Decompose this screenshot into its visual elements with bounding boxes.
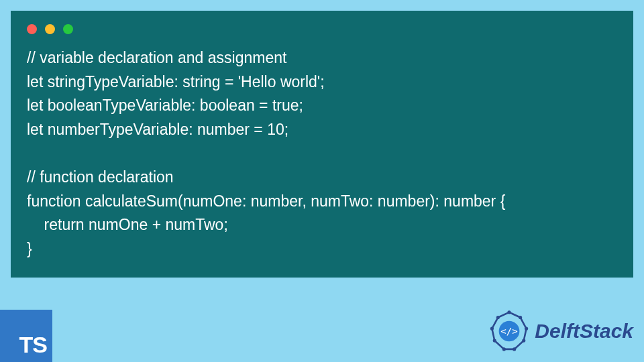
svg-point-9 — [493, 339, 496, 343]
svg-point-10 — [490, 327, 494, 330]
close-icon — [27, 24, 37, 34]
svg-point-11 — [496, 316, 500, 319]
svg-point-7 — [513, 347, 516, 351]
svg-point-4 — [519, 316, 522, 319]
svg-text:</>: </> — [501, 326, 518, 337]
minimize-icon — [45, 24, 55, 34]
svg-point-6 — [522, 339, 525, 343]
maximize-icon — [63, 24, 73, 34]
svg-point-5 — [525, 327, 528, 330]
svg-point-8 — [502, 347, 506, 351]
code-window: // variable declaration and assignment l… — [11, 11, 633, 278]
brand-logo-icon: </> — [488, 310, 531, 353]
typescript-badge-label: TS — [19, 332, 47, 358]
code-block: // variable declaration and assignment l… — [27, 46, 617, 261]
brand: </> DelftStack — [488, 310, 633, 353]
typescript-badge: TS — [0, 310, 52, 362]
svg-point-3 — [508, 310, 511, 314]
brand-name: DelftStack — [535, 320, 633, 343]
window-controls — [27, 24, 617, 34]
